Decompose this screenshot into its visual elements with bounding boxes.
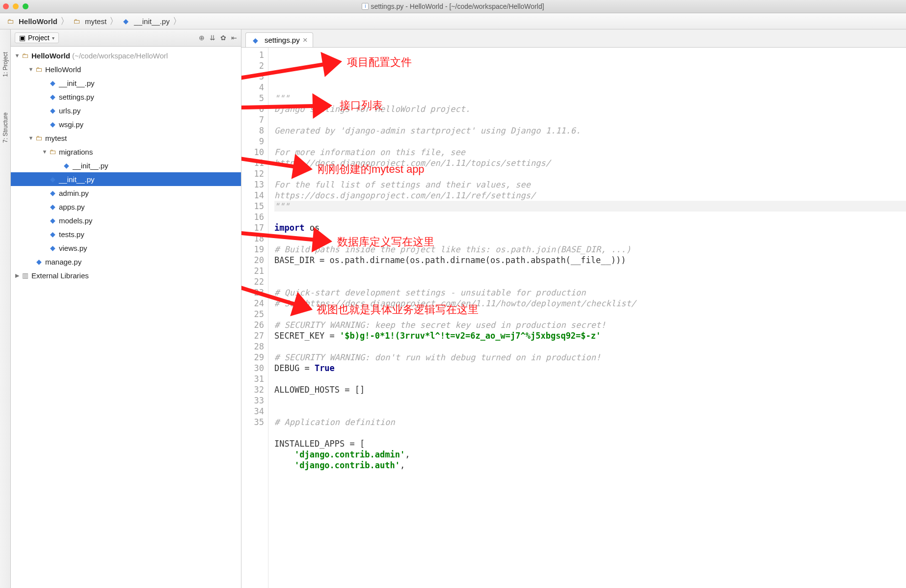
- tree-row[interactable]: ◆urls.py: [11, 104, 241, 117]
- tree-item-label: mytest: [45, 134, 67, 142]
- code-line[interactable]: # Quick-start development settings - uns…: [274, 287, 906, 298]
- package-icon: 🗀: [34, 134, 43, 142]
- python-file-icon: ◆: [48, 203, 57, 211]
- code-area[interactable]: 项目配置文件接口列表刚刚创建的mytest app数据库定义写在这里视图也就是具…: [268, 48, 906, 588]
- code-line[interactable]: [274, 136, 906, 147]
- code-line[interactable]: [274, 428, 906, 438]
- code-line[interactable]: import os: [274, 222, 906, 233]
- tree-item-label: urls.py: [59, 107, 80, 115]
- settings-icon[interactable]: ✿: [220, 34, 226, 42]
- code-line[interactable]: [274, 406, 906, 417]
- tree-row[interactable]: ◆settings.py: [11, 90, 241, 104]
- structure-toolwindow-button[interactable]: 7: Structure: [2, 109, 9, 146]
- locate-icon[interactable]: ⊕: [199, 34, 205, 42]
- editor-body[interactable]: 1234567891011121314151617181920212223242…: [241, 48, 906, 588]
- code-line[interactable]: ALLOWED_HOSTS = []: [274, 384, 906, 395]
- code-line[interactable]: # Application definition: [274, 417, 906, 428]
- code-line[interactable]: # SECURITY WARNING: keep the secret key …: [274, 320, 906, 330]
- code-line[interactable]: """: [274, 201, 906, 212]
- disclosure-arrow-icon[interactable]: ▶: [14, 272, 21, 279]
- code-line[interactable]: [274, 395, 906, 406]
- tree-row[interactable]: ▼🗀migrations: [11, 145, 241, 159]
- code-line[interactable]: 'django.contrib.admin',: [274, 449, 906, 460]
- tree-row[interactable]: ▼🗀mytest: [11, 131, 241, 145]
- tree-row[interactable]: ◆__init__.py: [11, 159, 241, 172]
- project-toolwindow-button[interactable]: 1: Project: [2, 49, 9, 80]
- tree-item-label: tests.py: [59, 230, 84, 239]
- python-file-icon: ◆: [48, 230, 57, 238]
- code-line[interactable]: [274, 341, 906, 352]
- python-file-icon: ◆: [48, 93, 57, 101]
- tree-row[interactable]: ◆__init__.py: [11, 76, 241, 90]
- window-minimize-button[interactable]: [13, 3, 19, 9]
- folder-icon: 🗀: [21, 52, 29, 59]
- hide-icon[interactable]: ⇤: [231, 34, 237, 42]
- tree-row[interactable]: ◆wsgi.py: [11, 117, 241, 131]
- tree-item-label: apps.py: [59, 203, 85, 211]
- code-line[interactable]: [274, 309, 906, 320]
- window-close-button[interactable]: [3, 3, 9, 9]
- code-line[interactable]: [274, 233, 906, 244]
- code-line[interactable]: """: [274, 93, 906, 104]
- folder-icon: 🗀: [6, 17, 15, 25]
- code-line[interactable]: https://docs.djangoproject.com/en/1.11/t…: [274, 158, 906, 168]
- disclosure-arrow-icon[interactable]: ▼: [14, 53, 21, 58]
- editor-tab-label: settings.py: [265, 36, 300, 44]
- code-line[interactable]: SECRET_KEY = '$b)g!-0*1!(3rruv*l^!t=v2=6…: [274, 330, 906, 341]
- library-icon: ▥: [21, 271, 29, 279]
- tree-row[interactable]: ◆admin.py: [11, 186, 241, 200]
- code-line[interactable]: BASE_DIR = os.path.dirname(os.path.dirna…: [274, 255, 906, 266]
- annotation-label: 项目配置文件: [347, 57, 412, 68]
- code-line[interactable]: For more information on this file, see: [274, 147, 906, 158]
- code-line[interactable]: [274, 212, 906, 222]
- code-line[interactable]: Django settings for HelloWorld project.: [274, 104, 906, 114]
- tree-item-label: views.py: [59, 244, 87, 252]
- code-line[interactable]: 'django.contrib.auth',: [274, 460, 906, 471]
- editor-tab[interactable]: ◆ settings.py ×: [245, 32, 313, 47]
- tree-row[interactable]: ◆tests.py: [11, 227, 241, 241]
- code-line[interactable]: [274, 168, 906, 179]
- collapse-icon[interactable]: ⇊: [210, 34, 215, 42]
- close-tab-icon[interactable]: ×: [303, 36, 308, 44]
- tree-item-label: External Libraries: [31, 271, 89, 280]
- project-view-selector[interactable]: ▣ Project ▾: [15, 32, 59, 43]
- file-icon: i: [362, 3, 369, 10]
- breadcrumb-item[interactable]: 🗀 HelloWorld: [5, 17, 58, 26]
- breadcrumb-item[interactable]: 🗀 mytest: [71, 17, 107, 26]
- window-zoom-button[interactable]: [23, 3, 28, 9]
- package-icon: 🗀: [72, 17, 81, 25]
- tree-item-label: wsgi.py: [59, 120, 83, 129]
- project-panel: ▣ Project ▾ ⊕ ⇊ ✿ ⇤ ▼🗀HelloWorld (~/code…: [11, 29, 241, 588]
- tree-item-hint: (~/code/workspace/HelloWorl: [70, 52, 168, 60]
- tree-row[interactable]: ▼🗀HelloWorld: [11, 62, 241, 76]
- code-line[interactable]: # Build paths inside the project like th…: [274, 244, 906, 255]
- python-file-icon: ◆: [48, 216, 57, 224]
- code-line[interactable]: # See https://docs.djangoproject.com/en/…: [274, 298, 906, 309]
- code-line[interactable]: [274, 374, 906, 384]
- tree-item-label: HelloWorld: [45, 65, 81, 74]
- breadcrumb-item[interactable]: ◆ __init__.py: [120, 17, 171, 26]
- project-tree[interactable]: ▼🗀HelloWorld (~/code/workspace/HelloWorl…: [11, 47, 241, 588]
- code-line[interactable]: Generated by 'django-admin startproject'…: [274, 125, 906, 136]
- code-line[interactable]: For the full list of settings and their …: [274, 179, 906, 190]
- tree-row[interactable]: ◆__init__.py: [11, 172, 241, 186]
- disclosure-arrow-icon[interactable]: ▼: [27, 135, 34, 141]
- tree-row[interactable]: ▼🗀HelloWorld (~/code/workspace/HelloWorl: [11, 49, 241, 62]
- code-line[interactable]: # SECURITY WARNING: don't run with debug…: [274, 352, 906, 363]
- code-line[interactable]: DEBUG = True: [274, 363, 906, 374]
- tree-row[interactable]: ◆apps.py: [11, 200, 241, 214]
- project-panel-header: ▣ Project ▾ ⊕ ⇊ ✿ ⇤: [11, 29, 241, 47]
- tree-row[interactable]: ▶▥External Libraries: [11, 268, 241, 282]
- code-line[interactable]: [274, 266, 906, 276]
- code-line[interactable]: [274, 114, 906, 125]
- tree-row[interactable]: ◆manage.py: [11, 255, 241, 268]
- code-line[interactable]: INSTALLED_APPS = [: [274, 438, 906, 449]
- disclosure-arrow-icon[interactable]: ▼: [27, 66, 34, 72]
- tree-item-label: HelloWorld: [31, 52, 70, 60]
- code-line[interactable]: [274, 276, 906, 287]
- python-file-icon: ◆: [48, 79, 57, 87]
- disclosure-arrow-icon[interactable]: ▼: [41, 149, 48, 155]
- tree-row[interactable]: ◆models.py: [11, 214, 241, 227]
- code-line[interactable]: https://docs.djangoproject.com/en/1.11/r…: [274, 190, 906, 201]
- tree-row[interactable]: ◆views.py: [11, 241, 241, 255]
